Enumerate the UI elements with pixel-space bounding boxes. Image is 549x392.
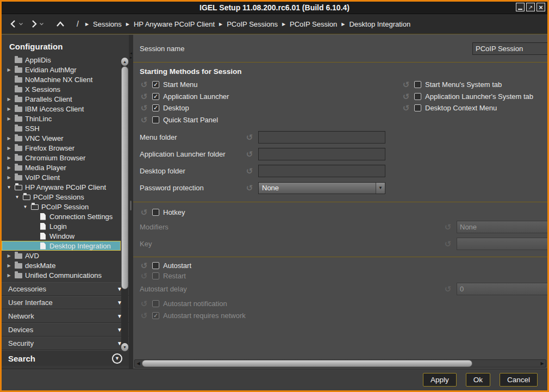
- tree-item-evidian-authmgr[interactable]: ▶Evidian AuthMgr: [2, 65, 121, 74]
- reset-icon[interactable]: ↺: [245, 184, 254, 192]
- expander-collapsed-icon[interactable]: ▶: [6, 97, 12, 102]
- sidebar-category-user-interface[interactable]: User Interface▼: [2, 296, 129, 309]
- expander-collapsed-icon[interactable]: ▶: [6, 253, 12, 258]
- tree-item-media-player[interactable]: ▶Media Player: [2, 163, 121, 172]
- expander-collapsed-icon[interactable]: ▶: [6, 263, 12, 268]
- expander-collapsed-icon[interactable]: ▶: [6, 175, 12, 180]
- tree-item-ssh[interactable]: SSH: [2, 123, 121, 133]
- apply-button[interactable]: Apply: [423, 373, 457, 387]
- expander-collapsed-icon[interactable]: ▶: [6, 146, 12, 151]
- sidebar-category-devices[interactable]: Devices▼: [2, 323, 129, 337]
- reset-icon[interactable]: ↺: [140, 80, 148, 89]
- up-button[interactable]: [54, 20, 67, 29]
- expander-collapsed-icon[interactable]: ▶: [6, 136, 12, 141]
- application-launcher-checkbox[interactable]: ✓: [152, 93, 159, 100]
- tree-item-ibm-iaccess-client[interactable]: ▶IBM iAccess Client: [2, 104, 121, 114]
- tree-item-applidis[interactable]: AppliDis: [2, 55, 121, 65]
- breadcrumb-item-desktop-integration[interactable]: Desktop Integration: [349, 20, 410, 28]
- horizontal-scrollbar-thumb[interactable]: [142, 360, 472, 367]
- start-menu-s-system-tab-checkbox[interactable]: [414, 81, 421, 88]
- back-button[interactable]: [7, 18, 26, 29]
- tree-item-login[interactable]: Login: [2, 221, 121, 231]
- scroll-left-icon[interactable]: ◀: [135, 361, 142, 366]
- session-name-input[interactable]: [472, 42, 547, 55]
- desktop-folder-input[interactable]: [258, 165, 385, 177]
- scroll-up-button[interactable]: ▲: [121, 58, 128, 66]
- close-button[interactable]: ×: [536, 3, 545, 11]
- tree-item-label: VNC Viewer: [25, 134, 64, 142]
- reset-icon[interactable]: ↺: [245, 150, 254, 158]
- tree-item-deskmate[interactable]: ▶deskMate: [2, 260, 121, 270]
- tree-item-firefox-browser[interactable]: ▶Firefox Browser: [2, 143, 121, 153]
- maximize-button[interactable]: ↗: [526, 3, 535, 11]
- sidebar-category-accessories[interactable]: Accessories▼: [2, 282, 129, 296]
- expander-collapsed-icon[interactable]: ▶: [6, 155, 12, 160]
- expander-expanded-icon[interactable]: ▼: [22, 204, 28, 209]
- search-expand-icon[interactable]: ▼: [112, 353, 122, 364]
- sidebar-search[interactable]: Search ▼: [2, 350, 129, 366]
- tree-item-connection-settings[interactable]: Connection Settings: [2, 211, 121, 221]
- tree-item-nomachine-nx-client[interactable]: NoMachine NX Client: [2, 74, 121, 84]
- menu-folder-input[interactable]: [258, 131, 385, 144]
- reset-icon[interactable]: ↺: [245, 167, 254, 175]
- splitter-grip[interactable]: [130, 201, 132, 210]
- hotkey-checkbox[interactable]: [152, 209, 159, 216]
- reset-icon[interactable]: ↺: [140, 208, 148, 216]
- tree-item-pcoip-session[interactable]: ▼PCoIP Session: [2, 202, 121, 211]
- reset-icon[interactable]: ↺: [402, 92, 410, 101]
- scroll-right-icon[interactable]: ▶: [539, 361, 546, 366]
- panel-splitter[interactable]: ◂ ▸: [129, 35, 133, 369]
- reset-icon[interactable]: ↺: [140, 104, 148, 112]
- reset-icon[interactable]: ↺: [402, 104, 410, 112]
- expander-expanded-icon[interactable]: ▼: [6, 185, 12, 190]
- sidebar-scrollbar[interactable]: ▲ ▼: [121, 58, 128, 351]
- splitter-collapse-icon[interactable]: ◂ ▸: [129, 51, 133, 60]
- dropdown-arrow-icon[interactable]: ▼: [376, 183, 385, 194]
- breadcrumb-item-pcoip-session[interactable]: PCoIP Session: [290, 20, 337, 28]
- sidebar-category-network[interactable]: Network▼: [2, 309, 129, 323]
- application-launcher-folder-input[interactable]: [258, 148, 385, 160]
- tree-item-unified-communications[interactable]: ▶Unified Communications: [2, 270, 121, 280]
- forward-button[interactable]: [28, 18, 46, 29]
- application-launcher-s-system-tab-checkbox[interactable]: [414, 93, 421, 100]
- tree-item-pcoip-sessions[interactable]: ▼PCoIP Sessions: [2, 192, 121, 202]
- quick-start-panel-checkbox[interactable]: [152, 116, 159, 123]
- breadcrumb-item-sessions[interactable]: Sessions: [93, 20, 122, 28]
- sidebar-scrollbar-thumb[interactable]: [121, 66, 128, 289]
- expander-collapsed-icon[interactable]: ▶: [6, 107, 12, 111]
- tree-item-x-sessions[interactable]: X Sessions: [2, 84, 121, 94]
- ok-button[interactable]: Ok: [466, 373, 490, 387]
- tree-item-hp-anyware-pcoip-client[interactable]: ▼HP Anyware PCoIP Client: [2, 182, 121, 192]
- reset-icon[interactable]: ↺: [140, 92, 148, 101]
- tree-item-voip-client[interactable]: ▶VoIP Client: [2, 172, 121, 182]
- sidebar-category-security[interactable]: Security▼: [2, 337, 129, 350]
- tree-item-window[interactable]: Window: [2, 231, 121, 241]
- tree-item-avd[interactable]: ▶AVD: [2, 251, 121, 260]
- desktop-context-menu-checkbox[interactable]: [414, 104, 421, 111]
- breadcrumb-item-pcoip-sessions[interactable]: PCoIP Sessions: [227, 20, 278, 28]
- tree-item-parallels-client[interactable]: ▶Parallels Client: [2, 94, 121, 104]
- reset-icon[interactable]: ↺: [245, 133, 254, 141]
- minimize-button[interactable]: [516, 3, 525, 11]
- expander-collapsed-icon[interactable]: ▶: [6, 116, 12, 121]
- autostart-checkbox[interactable]: [152, 262, 159, 269]
- desktop-checkbox[interactable]: ✓: [152, 104, 159, 111]
- reset-icon[interactable]: ↺: [140, 116, 148, 124]
- tree-item-vnc-viewer[interactable]: ▶VNC Viewer: [2, 133, 121, 143]
- start-menu-checkbox[interactable]: ✓: [152, 81, 159, 88]
- tree-item-chromium-browser[interactable]: ▶Chromium Browser: [2, 153, 121, 163]
- cancel-button[interactable]: Cancel: [500, 373, 538, 387]
- reset-icon[interactable]: ↺: [140, 262, 148, 270]
- reset-icon[interactable]: ↺: [402, 80, 410, 89]
- expander-collapsed-icon[interactable]: ▶: [6, 165, 12, 170]
- expander-collapsed-icon[interactable]: ▶: [6, 67, 12, 72]
- tree-item-desktop-integration[interactable]: Desktop Integration: [2, 241, 121, 251]
- horizontal-scrollbar[interactable]: ◀ ▶: [134, 359, 546, 368]
- scroll-down-button[interactable]: ▼: [121, 343, 128, 351]
- expander-collapsed-icon[interactable]: ▶: [6, 273, 12, 278]
- tree-item-thinlinc[interactable]: ▶ThinLinc: [2, 114, 121, 123]
- breadcrumb-item-hp-anyware-pcoip-client[interactable]: HP Anyware PCoIP Client: [134, 20, 215, 28]
- expander-expanded-icon[interactable]: ▼: [14, 195, 20, 200]
- footer-bar: Apply Ok Cancel: [2, 369, 547, 390]
- password-protection-dropdown[interactable]: None▼: [258, 182, 385, 194]
